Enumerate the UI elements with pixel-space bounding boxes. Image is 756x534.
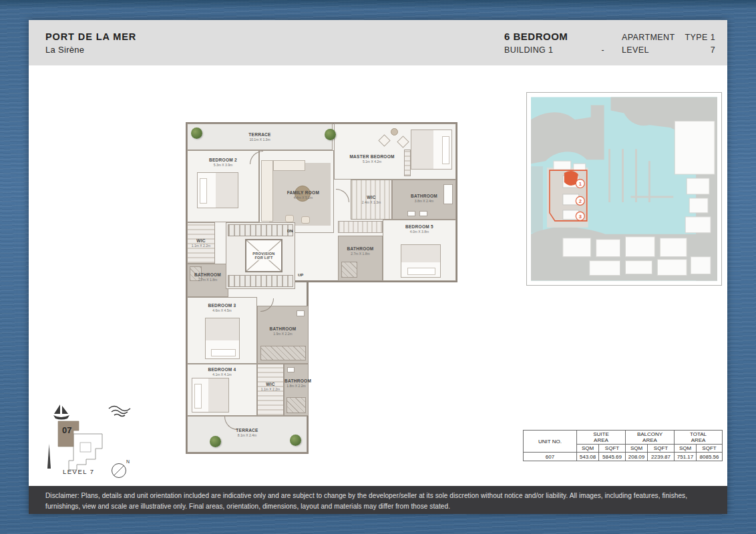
room-dims: 5.1m X 4.2m [335, 160, 409, 164]
suite-sqft-value: 5845.69 [599, 453, 626, 461]
table-row: 607 543.08 5845.69 208.09 2239.87 751.17… [524, 453, 723, 461]
level-indicator-graphic: 07 LEVEL 7 N [40, 403, 134, 481]
room-family: FAMILY ROOM4.4m X 5.1m [259, 150, 334, 233]
bed [205, 318, 240, 359]
stair-hall: PROVISION FOR LIFT [226, 222, 295, 289]
sink [287, 367, 295, 372]
room-name: TERRACE [188, 428, 307, 433]
ocean-background: { "header": { "project": "PORT DE LA MER… [0, 0, 756, 534]
side-table [391, 128, 398, 136]
shower [287, 397, 306, 413]
level-number: 07 [62, 425, 71, 435]
coffee-table [295, 186, 311, 202]
total-sqft-value: 8085.56 [697, 453, 723, 461]
level-value: 7 [711, 45, 715, 55]
header-right: 6 BEDROOM APARTMENT TYPE 1 BUILDING 1 - … [504, 31, 715, 55]
badge-3: 3 [579, 214, 582, 220]
room-bath-bottom: BATHROOM1.8m X 2.2m [284, 364, 309, 416]
room-master-bedroom: MASTER BEDROOM5.1m X 4.2m [334, 123, 456, 180]
room-bedroom-3: BEDROOM 34.6m X 4.5m [187, 297, 257, 364]
disclaimer-text: Disclaimer: Plans, details and unit orie… [45, 492, 687, 510]
room-name: WIC [188, 238, 214, 243]
room-name: BATHROOM [258, 326, 308, 331]
room-name: MASTER BEDROOM [335, 154, 409, 159]
type-value: TYPE 1 [685, 33, 715, 42]
building-label: BUILDING 1 [504, 45, 553, 55]
wardrobe [338, 221, 383, 233]
sink [407, 211, 415, 216]
badge-1: 1 [579, 181, 582, 187]
room-dims: 2.4m X 1.3m [351, 200, 391, 204]
shower [190, 266, 202, 281]
shower [260, 346, 306, 360]
building-number-badges: 1 2 3 [576, 180, 584, 221]
col-suite-area: SUITE AREA [577, 431, 626, 445]
col-total-area: TOTAL AREA [675, 431, 723, 445]
room-dims: 4.0m X 3.8m [383, 230, 455, 234]
pouf [301, 216, 310, 224]
separator-dash: - [601, 45, 604, 55]
col-unit-no: UNIT NO. [524, 431, 577, 453]
room-bath-left: BATHROOM2.7m X 1.8m [187, 264, 228, 297]
plant-icon [325, 129, 336, 140]
total-sqft-label: SQFT [697, 445, 723, 453]
room-dims: 4.1m X 4.1m [188, 372, 256, 376]
room-dims: 1.8m X 2.2m [285, 384, 308, 388]
room-bath-mid: BATHROOM2.7m X 1.8m [338, 236, 383, 281]
room-dims: 1.9m X 2.2m [258, 332, 308, 336]
bed [411, 129, 452, 170]
room-name: BATHROOM [285, 378, 308, 383]
sailboat-icon [53, 405, 69, 420]
room-name: BEDROOM 3 [188, 303, 256, 308]
room-dims: 10.1m X 1.3m [188, 138, 332, 142]
project-title: PORT DE LA MER [45, 31, 136, 42]
room-bath-bed3: BATHROOM1.9m X 2.2m [257, 306, 309, 364]
room-dims: 4.6m X 4.5m [188, 308, 256, 312]
compass-icon: N [112, 459, 130, 478]
lift-provision: PROVISION FOR LIFT [245, 239, 282, 272]
room-dims: 1.1m X 2.2m [258, 387, 283, 391]
room-bedroom-4: BEDROOM 44.1m X 4.1m [187, 364, 257, 416]
level-label: LEVEL 7 [63, 468, 95, 475]
tower-icon [47, 444, 51, 469]
apartment-type: APARTMENT TYPE 1 [622, 33, 715, 42]
sink [419, 211, 427, 216]
room-bedroom-5: BEDROOM 54.0m X 3.8m [383, 220, 456, 281]
level-label: LEVEL [622, 45, 649, 55]
room-dims: 1.1m X 2.2m [188, 244, 214, 248]
room-terrace-top: TERRACE10.1m X 1.3m [187, 123, 333, 150]
bathtub [443, 184, 453, 204]
room-wic-left: WIC1.1m X 2.2m [187, 222, 215, 264]
stairs [228, 224, 293, 236]
room-name: WIC [258, 382, 283, 386]
room-name: TERRACE [188, 132, 332, 137]
floor-plan: TERRACE10.1m X 1.3m MASTER BEDROOM5.1m X… [186, 122, 457, 454]
room-name: BEDROOM 2 [188, 158, 258, 162]
community-name: La Sirène [45, 45, 136, 55]
shower [341, 262, 357, 278]
balcony-sqm-value: 208.09 [626, 453, 648, 461]
badge-2: 2 [579, 198, 582, 204]
plant-icon [191, 127, 202, 139]
room-name: BEDROOM 4 [188, 367, 256, 372]
unit-bedrooms: 6 BEDROOM [504, 31, 604, 42]
room-wic-master: WIC2.4m X 1.3m [351, 180, 392, 220]
pouf [285, 215, 294, 222]
room-name: WIC [351, 195, 391, 200]
sofa [261, 160, 273, 222]
stairs-up-label: UP [298, 273, 303, 277]
total-sqm-label: SQM [675, 445, 697, 453]
site-map-graphic: 1 2 3 [531, 97, 717, 281]
stairs-dn-label: DN [287, 229, 293, 233]
bed [192, 378, 229, 413]
suite-sqm-label: SQM [577, 445, 599, 453]
room-dims: 8.1m X 2.4m [188, 433, 307, 437]
balcony-sqft-label: SQFT [648, 445, 675, 453]
disclaimer-bar: Disclaimer: Plans, details and unit orie… [29, 486, 727, 514]
suite-sqft-label: SQFT [599, 445, 626, 453]
compass-north-label: N [126, 459, 130, 464]
land-left [531, 166, 543, 233]
room-dims: 2.7m X 1.8m [339, 252, 382, 256]
chair [397, 136, 409, 148]
level-indicator: 07 LEVEL 7 N [40, 403, 134, 481]
